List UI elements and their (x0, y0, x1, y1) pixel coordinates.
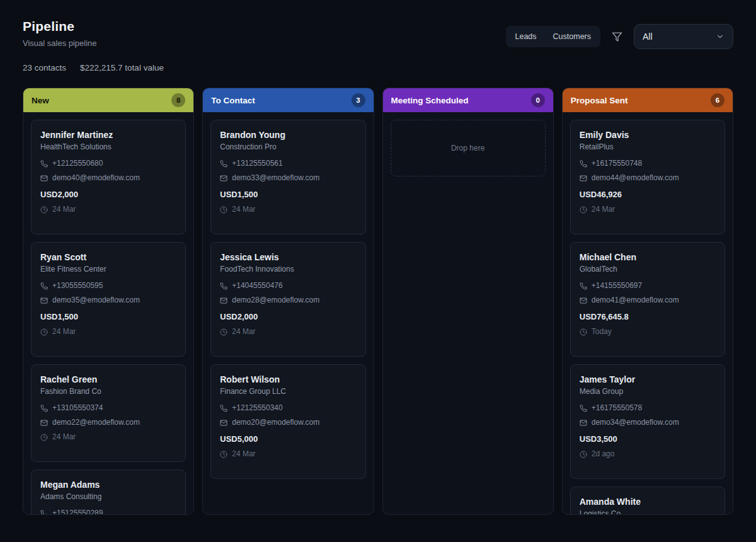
contact-card[interactable]: Rachel Green Fashion Brand Co +131055503… (31, 364, 186, 462)
contact-date: 2d ago (592, 449, 615, 459)
contact-date: 24 Mar (52, 204, 76, 215)
contact-email: demo34@emodeflow.com (592, 417, 679, 428)
contact-value: USD76,645.8 (580, 311, 716, 323)
contact-value: USD46,926 (580, 188, 716, 200)
pipeline-column: To Contact 3 Brandon Young Construction … (202, 88, 374, 515)
contact-phone: +15125550289 (52, 508, 103, 514)
contact-date-row: 24 Mar (220, 449, 356, 459)
contact-company: Adams Consulting (40, 492, 176, 502)
column-title: Proposal Sent (571, 96, 628, 105)
contact-company: HealthTech Solutions (40, 142, 176, 152)
contact-phone-row: +13105550374 (40, 403, 176, 413)
contact-email: demo33@emodeflow.com (232, 173, 319, 183)
contact-email-row: demo22@emodeflow.com (40, 417, 176, 428)
contact-value: USD5,000 (220, 433, 356, 445)
tab-customers[interactable]: Customers (545, 27, 599, 46)
contact-email-row: demo20@emodeflow.com (220, 417, 356, 428)
contact-email-row: demo33@emodeflow.com (220, 173, 356, 183)
contact-card[interactable]: James Taylor Media Group +16175550578 de… (570, 364, 725, 479)
contact-phone: +14045550476 (232, 280, 282, 291)
phone-icon (40, 282, 48, 290)
contact-email-row: demo41@emodeflow.com (580, 295, 716, 306)
clock-icon (580, 206, 587, 214)
contact-phone: +12125550340 (232, 403, 282, 413)
column-title: To Contact (211, 96, 255, 105)
contact-card[interactable]: Amanda White Logistics Co +12025550443 (570, 487, 725, 514)
clock-icon (40, 434, 48, 441)
contact-email: demo28@emodeflow.com (232, 295, 319, 306)
phone-icon (220, 160, 227, 168)
contact-card[interactable]: Emily Davis RetailPlus +16175550748 demo… (570, 120, 725, 234)
clock-icon (40, 206, 48, 214)
contact-date: 24 Mar (52, 432, 76, 442)
contact-date-row: 24 Mar (40, 432, 176, 442)
contact-phone-row: +14155550697 (580, 280, 716, 291)
mail-icon (220, 419, 227, 427)
clock-icon (220, 206, 227, 214)
column-count-badge: 6 (711, 93, 724, 107)
contact-date: 24 Mar (232, 326, 255, 337)
contact-email-row: demo35@emodeflow.com (40, 295, 176, 306)
contact-card[interactable]: Michael Chen GlobalTech +14155550697 dem… (570, 242, 725, 357)
phone-icon (40, 510, 48, 515)
contact-date: 24 Mar (232, 204, 255, 215)
contact-email-row: demo34@emodeflow.com (580, 417, 716, 428)
drop-zone-label: Drop here (451, 144, 484, 153)
contact-phone-row: +12125550340 (220, 403, 356, 413)
contact-value: USD1,500 (40, 311, 176, 323)
mail-icon (580, 419, 587, 427)
contact-date-row: 24 Mar (40, 204, 176, 215)
column-body: Drop here (383, 112, 553, 514)
contact-card[interactable]: Brandon Young Construction Pro +13125550… (210, 120, 365, 234)
filter-dropdown-value: All (643, 32, 653, 42)
contact-date-row: 24 Mar (580, 204, 716, 215)
contact-email: demo41@emodeflow.com (592, 295, 679, 306)
mail-icon (580, 297, 587, 304)
contact-email: demo35@emodeflow.com (52, 295, 140, 306)
mail-icon (220, 297, 227, 304)
contact-date: 24 Mar (592, 204, 615, 215)
column-header: Meeting Scheduled 0 (383, 88, 553, 112)
contact-card[interactable]: Jennifer Martinez HealthTech Solutions +… (31, 120, 186, 234)
filter-dropdown[interactable]: All (634, 24, 733, 49)
column-title: New (32, 96, 49, 105)
phone-icon (40, 405, 48, 412)
phone-icon (580, 282, 587, 290)
contact-name: Emily Davis (580, 129, 716, 141)
contact-name: Amanda White (580, 496, 716, 507)
contact-email: demo40@emodeflow.com (52, 173, 140, 183)
contact-phone-row: +16175550748 (580, 158, 716, 169)
contact-card[interactable]: Robert Wilson Finance Group LLC +1212555… (210, 364, 365, 479)
contact-company: Construction Pro (220, 142, 356, 152)
contact-date: Today (592, 326, 612, 337)
phone-icon (40, 160, 48, 168)
drop-zone[interactable]: Drop here (391, 120, 546, 176)
contact-phone-row: +16175550578 (580, 403, 716, 413)
pipeline-column: Proposal Sent 6 Emily Davis RetailPlus +… (562, 88, 733, 515)
column-body: Brandon Young Construction Pro +13125550… (203, 112, 373, 514)
column-body: Emily Davis RetailPlus +16175550748 demo… (563, 112, 733, 514)
tab-leads[interactable]: Leads (507, 27, 545, 46)
contact-date-row: 24 Mar (220, 204, 356, 215)
chevron-down-icon (716, 32, 724, 41)
contacts-count: 23 contacts (23, 63, 66, 72)
contact-phone-row: +13125550561 (220, 158, 356, 169)
page-title: Pipeline (23, 19, 97, 34)
clock-icon (580, 328, 587, 336)
board: New 8 Jennifer Martinez HealthTech Solut… (23, 88, 733, 515)
contact-name: Michael Chen (580, 251, 716, 263)
contact-card[interactable]: Jessica Lewis FoodTech Innovations +1404… (210, 242, 365, 357)
filter-button[interactable] (609, 29, 625, 45)
contact-card[interactable]: Megan Adams Adams Consulting +1512555028… (31, 470, 186, 514)
contact-phone-row: +15125550289 (40, 508, 176, 514)
contact-name: Jennifer Martinez (40, 129, 176, 141)
view-tab-group: Leads Customers (506, 26, 601, 47)
contact-phone: +13105550374 (52, 403, 103, 413)
funnel-icon (612, 32, 622, 42)
phone-icon (220, 405, 227, 412)
column-count-badge: 0 (531, 93, 545, 107)
contact-card[interactable]: Ryan Scott Elite Fitness Center +1305555… (31, 242, 186, 357)
contact-name: Jessica Lewis (220, 251, 356, 263)
contact-name: Brandon Young (220, 129, 356, 141)
contact-phone: +14155550697 (592, 280, 642, 291)
